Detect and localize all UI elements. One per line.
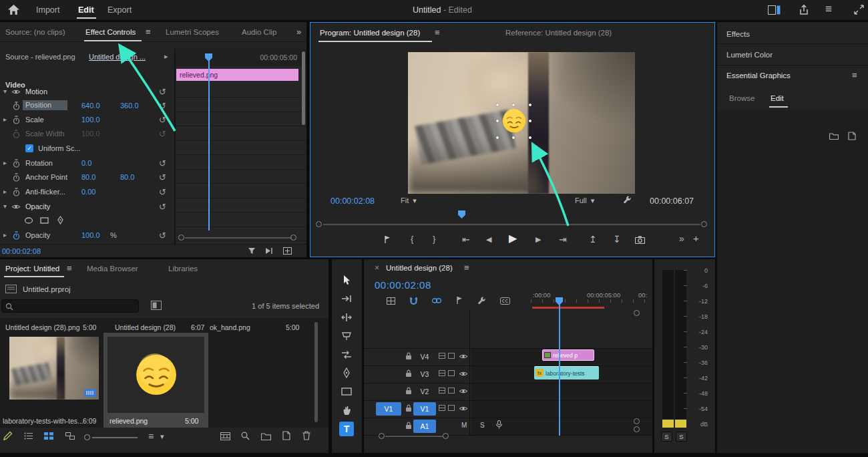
handle-dot[interactable] xyxy=(496,136,499,139)
lock-icon[interactable] xyxy=(405,352,412,360)
tab-browse[interactable]: Browse xyxy=(729,94,754,102)
handle-dot[interactable] xyxy=(529,136,531,139)
antiflicker-value[interactable]: 0.00 xyxy=(81,188,95,196)
panel-item-essential-graphics[interactable]: Essential Graphics xyxy=(726,71,791,80)
effect-row-opacity-section[interactable]: ▾ Opacity ↺ xyxy=(0,200,172,214)
effect-controls-vscrollbar[interactable] xyxy=(302,51,305,125)
add-button-icon[interactable]: + xyxy=(693,233,699,243)
program-scroll-left-handle[interactable] xyxy=(316,221,322,227)
eye-icon[interactable] xyxy=(11,89,21,95)
eye-icon[interactable] xyxy=(459,406,468,412)
timeline-hscroll-left-handle[interactable] xyxy=(379,433,385,439)
program-scrollbar[interactable] xyxy=(323,224,700,226)
chevron-right-icon[interactable]: ▸ xyxy=(3,159,7,166)
clip-relieved-png[interactable]: relieved p xyxy=(542,349,594,361)
track-sync-icon[interactable] xyxy=(439,370,445,376)
keyframe-playhead-line[interactable] xyxy=(208,58,210,231)
chevron-down-icon[interactable]: ▾ xyxy=(3,202,7,210)
tab-sequence[interactable]: Untitled design (28) xyxy=(386,264,453,272)
stopwatch-icon[interactable] xyxy=(13,102,20,110)
tab-reference[interactable]: Reference: Untitled design (28) xyxy=(505,29,612,37)
effect-row-rotation[interactable]: ▸ Rotation 0.0 ↺ xyxy=(0,157,172,170)
ripple-edit-tool[interactable] xyxy=(339,310,354,325)
item-name[interactable]: ok_hand.png xyxy=(210,323,250,331)
menu-import[interactable]: Import xyxy=(36,5,59,15)
snap-magnet-icon[interactable] xyxy=(409,297,418,305)
go-to-in-icon[interactable]: ⇤ xyxy=(462,235,470,244)
item-name[interactable]: Untitled design (28) xyxy=(115,323,176,331)
reset-icon[interactable]: ↺ xyxy=(159,115,166,125)
step-forward-icon[interactable]: ▶ xyxy=(535,236,541,243)
track-sync-icon[interactable] xyxy=(439,405,445,411)
add-marker-icon[interactable] xyxy=(456,296,463,305)
effect-row-antiflicker[interactable]: ▸ Anti-flicker... 0.00 ↺ xyxy=(0,186,172,199)
track-name-v1[interactable]: V1 xyxy=(413,402,436,416)
type-tool[interactable]: T xyxy=(339,422,354,436)
effect-row-uniform-scale[interactable]: ✓ Uniform Sc... xyxy=(0,142,172,156)
track-name-a1[interactable]: A1 xyxy=(413,420,436,433)
track-sync-icon[interactable] xyxy=(439,388,445,394)
tab-audio-clip[interactable]: Audio Clip xyxy=(242,28,276,36)
lock-icon[interactable] xyxy=(405,404,412,412)
handle-dot[interactable] xyxy=(496,104,499,106)
keyframe-hscroll-left-handle[interactable] xyxy=(178,235,184,241)
track-target-icon[interactable] xyxy=(448,405,455,411)
timeline-view-toggle-icon[interactable]: ▸ xyxy=(164,52,168,61)
step-back-icon[interactable]: ◀ xyxy=(486,236,491,243)
track-name-v4[interactable]: V4 xyxy=(413,350,436,363)
stopwatch-icon-active[interactable] xyxy=(13,231,20,240)
program-panel-menu-icon[interactable]: ≡ xyxy=(435,28,440,37)
timeline-hscroll-bar[interactable] xyxy=(385,436,443,438)
scale-value[interactable]: 100.0 xyxy=(81,116,100,124)
eye-icon[interactable] xyxy=(459,371,468,377)
solo-right-button[interactable]: S xyxy=(676,432,687,442)
filter-icon[interactable] xyxy=(248,247,256,255)
effect-row-opacity[interactable]: ▸ Opacity 100.0 % ↺ xyxy=(0,229,172,243)
find-icon[interactable] xyxy=(241,432,250,440)
chevron-right-icon[interactable]: ▸ xyxy=(3,231,7,239)
lock-icon[interactable] xyxy=(405,422,412,430)
fullscreen-icon[interactable] xyxy=(854,5,864,15)
track-name-v3[interactable]: V3 xyxy=(413,367,436,381)
eye-icon[interactable] xyxy=(459,353,468,359)
tab-overflow-icon[interactable]: » xyxy=(296,27,301,37)
position-label[interactable]: Position xyxy=(23,100,67,110)
share-icon[interactable] xyxy=(798,4,809,15)
item-name[interactable]: Untitled design (28).png xyxy=(5,323,80,331)
play-button-icon[interactable]: ▶ xyxy=(509,233,517,244)
lift-icon[interactable]: ↥ xyxy=(589,235,597,244)
keyframe-hscroll-bar[interactable] xyxy=(185,237,292,239)
edit-pencil-icon[interactable] xyxy=(3,430,13,441)
pen-mask-icon[interactable] xyxy=(57,216,64,224)
extract-icon[interactable]: ↧ xyxy=(613,235,621,244)
solo-left-button[interactable]: S xyxy=(661,432,672,442)
lock-icon[interactable] xyxy=(405,369,412,377)
position-x-value[interactable]: 640.0 xyxy=(81,102,100,110)
export-frame-camera-icon[interactable] xyxy=(635,236,645,244)
stopwatch-icon[interactable] xyxy=(13,173,20,182)
program-scroll-right-handle[interactable] xyxy=(701,221,707,227)
export-frame-icon[interactable] xyxy=(283,247,292,255)
timeline-timecode[interactable]: 00:00:02:08 xyxy=(375,279,431,291)
go-to-out-icon[interactable]: ⇥ xyxy=(559,235,567,244)
tab-edit[interactable]: Edit xyxy=(771,94,784,102)
reset-icon[interactable]: ↺ xyxy=(159,158,166,168)
panel-options-icon[interactable] xyxy=(151,301,162,310)
track-sync-icon[interactable] xyxy=(439,353,445,359)
transport-overflow-icon[interactable]: » xyxy=(679,234,684,243)
item-name[interactable]: relieved.png xyxy=(110,417,148,425)
anchor-x-value[interactable]: 80.0 xyxy=(81,173,95,181)
chevron-right-icon[interactable]: ▸ xyxy=(3,116,7,123)
timeline-hscroll-right-handle[interactable] xyxy=(443,433,449,439)
sequence-name-link[interactable]: Untitled design ... xyxy=(89,53,146,61)
slip-tool[interactable] xyxy=(339,347,354,362)
video-frame[interactable] xyxy=(408,52,635,194)
tab-program[interactable]: Program: Untitled design (28) xyxy=(320,29,420,37)
timeline-playhead-line[interactable] xyxy=(559,305,560,436)
effect-controls-panel-menu-icon[interactable]: ≡ xyxy=(146,27,151,36)
chevron-right-icon[interactable]: ▸ xyxy=(3,188,7,195)
search-box[interactable] xyxy=(1,299,139,313)
selection-handles[interactable] xyxy=(496,104,531,139)
ruler-ticks[interactable] xyxy=(531,299,651,303)
eye-icon[interactable] xyxy=(459,388,468,394)
